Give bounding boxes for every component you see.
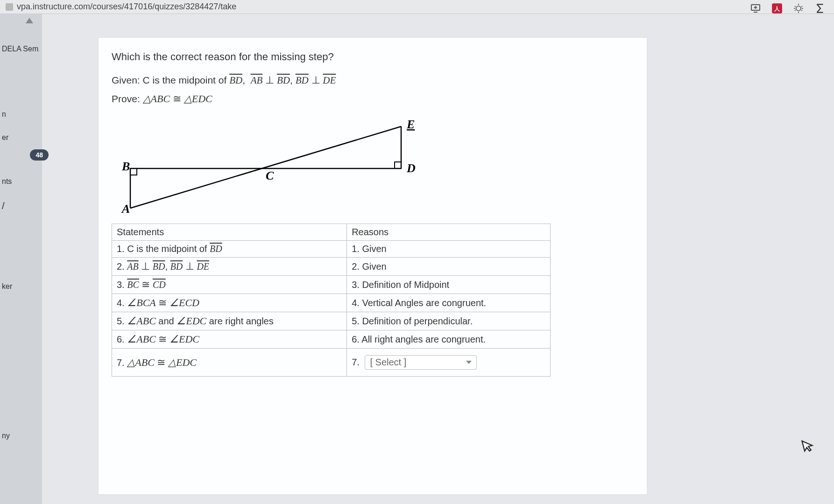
table-row: 3. BC ≅ CD 3. Definition of Midpoint — [112, 276, 551, 294]
reason-7-num: 7. — [352, 357, 360, 367]
sidebar-item-6[interactable]: ny — [0, 424, 39, 448]
sidebar-label: ker — [2, 282, 12, 290]
svg-rect-9 — [395, 162, 401, 168]
sidebar-label: / — [2, 201, 5, 211]
table-row: 4. ∠BCA ≅ ∠ECD 4. Vertical Angles are co… — [112, 294, 551, 312]
reason-6: 6. All right angles are congruent. — [347, 330, 551, 349]
seg-BD: BD — [229, 75, 242, 86]
table-row: 2. AB ⊥ BD, BD ⊥ DE 2. Given — [112, 258, 551, 276]
table-row: 6. ∠ABC ≅ ∠EDC 6. All right angles are c… — [112, 330, 551, 349]
url-text: vpa.instructure.com/courses/417016/quizz… — [17, 2, 236, 12]
reason-3: 3. Definition of Midpoint — [347, 276, 551, 294]
url-bar: vpa.instructure.com/courses/417016/quizz… — [0, 0, 834, 14]
header-reasons: Reasons — [347, 224, 551, 241]
sidebar-item-3[interactable]: nts — [0, 170, 39, 193]
question-panel: Which is the correct reason for the miss… — [98, 37, 647, 495]
reason-7-cell: 7. [ Select ] — [347, 349, 551, 377]
geometry-figure: B A C D E — [112, 117, 438, 215]
seg-BD3: BD — [296, 75, 309, 86]
question-prompt: Which is the correct reason for the miss… — [112, 51, 647, 63]
sidebar-item-0[interactable]: DELA Sem... — [0, 37, 39, 61]
svg-rect-8 — [130, 168, 137, 175]
header-statements: Statements — [112, 224, 347, 241]
sidebar-label: ny — [2, 432, 10, 440]
tri-EDC: EDC — [192, 93, 212, 105]
stmt-7: 7. △ABC ≅ △EDC — [112, 349, 347, 377]
sidebar-label: n — [2, 110, 6, 118]
stmt-1: 1. C is the midpoint of BD — [112, 241, 347, 258]
sidebar-item-1[interactable]: n — [0, 103, 39, 126]
stmt-5: 5. ∠ABC and ∠EDC are right angles — [112, 312, 347, 330]
given-statement: Given: C is the midpoint of BD, AB ⊥ BD,… — [112, 74, 647, 86]
pdf-icon[interactable]: 人 — [770, 2, 784, 15]
svg-text:人: 人 — [774, 6, 780, 12]
point-A: A — [121, 202, 130, 215]
reason-2: 2. Given — [347, 258, 551, 276]
question-sidebar: DELA Sem... n er 48 nts / ker ny — [0, 14, 42, 504]
stmt-3: 3. BC ≅ CD — [112, 276, 347, 294]
sidebar-label: er — [2, 133, 8, 141]
site-favicon — [6, 3, 13, 11]
tri-ABC: ABC — [151, 93, 170, 105]
given-prefix: Given: C is the midpoint of — [112, 75, 229, 85]
table-row: 5. ∠ABC and ∠EDC are right angles 5. Def… — [112, 312, 551, 330]
sidebar-item-4[interactable]: / — [0, 193, 39, 219]
prove-prefix: Prove: — [112, 93, 143, 104]
timer-badge: 48 — [30, 149, 49, 161]
scroll-up-icon[interactable] — [26, 18, 33, 23]
table-row: 7. △ABC ≅ △EDC 7. [ Select ] — [112, 349, 551, 377]
reason-select[interactable]: [ Select ] — [365, 355, 477, 370]
table-row: 1. C is the midpoint of BD 1. Given — [112, 241, 551, 258]
chevron-down-icon — [466, 361, 472, 364]
reason-1: 1. Given — [347, 241, 551, 258]
reason-4: 4. Vertical Angles are congruent. — [347, 294, 551, 312]
svg-point-3 — [796, 6, 801, 11]
select-placeholder: [ Select ] — [370, 357, 406, 368]
sidebar-item-2[interactable]: er — [0, 126, 39, 149]
sidebar-item-5[interactable]: ker — [0, 275, 39, 298]
seg-AB: AB — [251, 75, 263, 86]
point-D: D — [406, 161, 416, 175]
point-B: B — [121, 160, 130, 173]
prove-statement: Prove: △ABC ≅ △EDC — [112, 93, 647, 105]
sidebar-label: nts — [2, 177, 12, 185]
point-E: E — [406, 118, 415, 131]
stmt-4: 4. ∠BCA ≅ ∠ECD — [112, 294, 347, 312]
stmt-6: 6. ∠ABC ≅ ∠EDC — [112, 330, 347, 349]
extension-icon[interactable] — [792, 2, 805, 15]
sidebar-label: DELA Sem... — [2, 45, 39, 53]
seg-DE: DE — [323, 75, 336, 86]
stmt-2: 2. AB ⊥ BD, BD ⊥ DE — [112, 258, 347, 276]
sigma-icon[interactable] — [813, 2, 827, 15]
browser-actions: 人 — [749, 2, 827, 15]
screen-share-icon[interactable] — [749, 2, 762, 15]
proof-table: Statements Reasons 1. C is the midpoint … — [112, 224, 551, 377]
point-C: C — [266, 169, 274, 182]
reason-5: 5. Definition of perpendicular. — [347, 312, 551, 330]
seg-BD2: BD — [277, 75, 290, 86]
svg-line-6 — [130, 126, 401, 208]
